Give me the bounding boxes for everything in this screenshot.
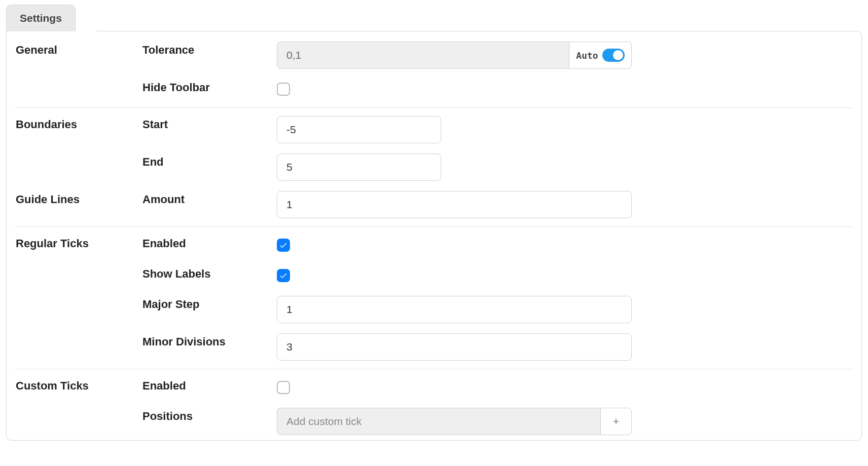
section-custom-ticks: Custom Ticks <box>16 372 142 398</box>
control-rt-showlabels <box>277 260 852 291</box>
section-regular-ticks: Regular Ticks <box>16 230 142 255</box>
label-hide-toolbar: Hide Toolbar <box>142 74 277 99</box>
tab-label: Settings <box>20 12 62 24</box>
regular-ticks-showlabels-checkbox[interactable] <box>277 269 290 282</box>
add-custom-tick-button[interactable] <box>600 408 632 435</box>
tolerance-input[interactable] <box>277 42 569 69</box>
divider <box>15 107 853 108</box>
divider <box>15 226 853 227</box>
section-boundaries: Boundaries <box>16 111 142 136</box>
plus-icon <box>611 417 621 426</box>
control-end <box>277 148 852 186</box>
label-start: Start <box>142 111 277 136</box>
label-tolerance: Tolerance <box>142 36 277 62</box>
settings-layout: General Tolerance Auto Hide Toolbar <box>16 36 852 440</box>
label-rt-enabled: Enabled <box>142 230 277 255</box>
regular-ticks-enabled-checkbox[interactable] <box>277 239 290 252</box>
amount-input[interactable] <box>277 191 632 218</box>
hide-toolbar-checkbox[interactable] <box>277 83 290 96</box>
label-ct-enabled: Enabled <box>142 372 277 398</box>
section-general: General <box>16 36 142 62</box>
label-minor-div: Minor Divisions <box>142 328 277 354</box>
control-amount <box>277 186 852 223</box>
check-icon <box>279 241 288 250</box>
tab-settings[interactable]: Settings <box>6 5 76 31</box>
section-guidelines: Guide Lines <box>16 186 142 211</box>
control-major-step <box>277 291 852 328</box>
label-amount: Amount <box>142 186 277 211</box>
minor-divisions-input[interactable] <box>277 333 632 361</box>
tab-row: Settings <box>6 4 862 31</box>
auto-toggle[interactable] <box>602 49 625 62</box>
auto-toggle-box: Auto <box>569 42 632 69</box>
positions-composite <box>277 408 632 435</box>
divider <box>15 369 853 369</box>
check-icon <box>279 271 288 280</box>
label-end: End <box>142 148 277 174</box>
control-tolerance: Auto <box>277 36 852 74</box>
label-rt-showlabels: Show Labels <box>142 260 277 286</box>
start-input[interactable] <box>277 116 441 143</box>
settings-panel: General Tolerance Auto Hide Toolbar <box>6 31 862 441</box>
auto-label: Auto <box>576 50 598 61</box>
major-step-input[interactable] <box>277 296 632 323</box>
label-positions: Positions <box>142 403 277 428</box>
end-input[interactable] <box>277 153 441 181</box>
control-rt-enabled <box>277 230 852 260</box>
control-minor-div <box>277 328 852 366</box>
label-major-step: Major Step <box>142 291 277 316</box>
control-ct-enabled <box>277 372 852 403</box>
custom-ticks-enabled-checkbox[interactable] <box>277 381 290 394</box>
control-positions <box>277 403 852 440</box>
control-start <box>277 111 852 148</box>
control-hide-toolbar <box>277 74 852 104</box>
positions-input[interactable] <box>277 408 600 435</box>
